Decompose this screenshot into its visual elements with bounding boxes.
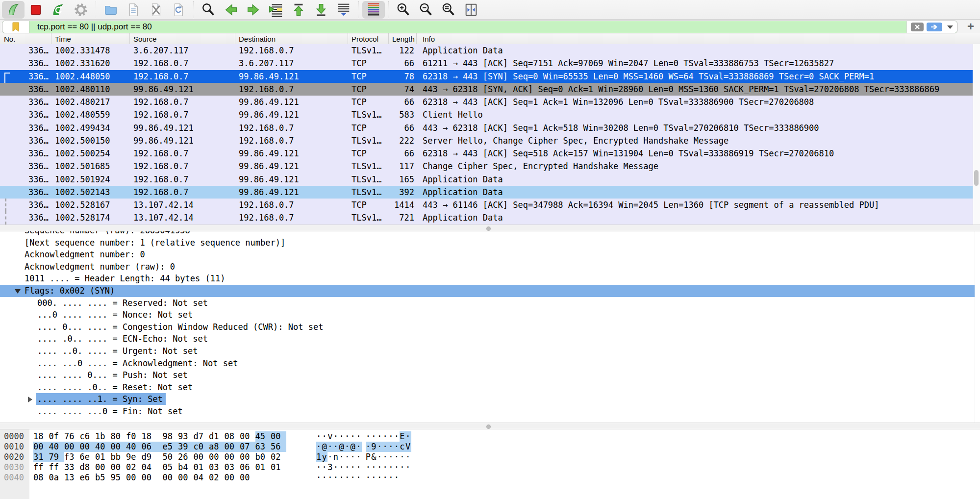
filter-dropdown-chevron-icon[interactable] [947, 25, 953, 29]
reload-file-button[interactable] [167, 1, 190, 19]
packet-row[interactable]: 336…1002.500254192.168.0.799.86.49.121TC… [0, 147, 980, 160]
packet-row[interactable]: 336…1002.52817413.107.42.14192.168.0.7TL… [0, 211, 980, 224]
hex-ascii: 1y·n····P&······ [316, 452, 411, 462]
column-header-destination[interactable]: Destination [235, 33, 348, 44]
hex-row[interactable]: 0000180f76c61b80f0189893d7d108004500··v·… [0, 431, 980, 442]
packet-time: 1002.499434 [51, 122, 130, 134]
hex-bytes: ffff33d80000020405b4010303060101 [33, 462, 286, 473]
column-header-no[interactable]: No. [0, 33, 51, 44]
expander-expanded-icon[interactable] [15, 289, 21, 294]
detail-field[interactable]: Sequence number (raw): 2665041958 [0, 231, 980, 237]
detail-field[interactable]: .... .... .0.. = Reset: Not set [0, 381, 980, 394]
zoom-in-button[interactable] [392, 1, 415, 19]
column-header-time[interactable]: Time [51, 33, 130, 44]
hex-ascii-char: · [366, 462, 372, 473]
display-filter-field[interactable]: tcp.port == 80 || udp.port == 80 [2, 21, 957, 33]
stop-capture-button[interactable] [25, 1, 47, 19]
hex-byte: 02 [209, 473, 225, 483]
open-file-button[interactable] [100, 1, 122, 19]
packet-row[interactable]: 336…1002.480559192.168.0.799.86.49.121TL… [0, 108, 980, 121]
packet-list-scrollbar[interactable] [973, 44, 980, 225]
hex-row[interactable]: 0040080a13e6b5950000000004020000········… [0, 473, 980, 483]
filter-clear-button[interactable] [911, 23, 924, 31]
detail-field[interactable]: .... ...0 .... = Acknowledgment: Not set [0, 357, 980, 370]
hex-ascii-char: · [322, 473, 328, 483]
packet-row[interactable]: 336…1002.52816713.107.42.14192.168.0.7TC… [0, 199, 980, 211]
capture-options-button[interactable] [70, 1, 92, 19]
conversation-start-mark-icon [4, 73, 10, 83]
zoom-100-button[interactable] [437, 1, 460, 19]
column-header-protocol[interactable]: Protocol [348, 33, 389, 44]
hex-byte: bb [111, 452, 126, 462]
filter-input[interactable]: tcp.port == 80 || udp.port == 80 [29, 21, 906, 33]
packet-row[interactable]: 336…1002.502143192.168.0.799.86.49.121TL… [0, 186, 980, 199]
start-capture-button[interactable] [2, 1, 25, 19]
packet-row[interactable]: 336…1002.48011099.86.49.121192.168.0.7TC… [0, 83, 980, 96]
go-back-button[interactable] [220, 1, 242, 19]
splitter-list-details[interactable] [0, 225, 980, 231]
detail-field[interactable]: 1011 .... = Header Length: 44 bytes (11) [0, 273, 980, 285]
column-header-length[interactable]: Length [389, 33, 417, 44]
hex-ascii-char: · [327, 473, 333, 483]
detail-field[interactable]: Acknowledgment number: 0 [0, 249, 980, 261]
detail-field[interactable]: .... ..0. .... = Urgent: Not set [0, 345, 980, 357]
packet-row[interactable]: 336…1002.50015099.86.49.121192.168.0.7TL… [0, 134, 980, 147]
scrollbar-thumb[interactable] [974, 170, 979, 186]
hex-ascii-char: @ [351, 442, 356, 452]
packet-row[interactable]: 336…1002.3314783.6.207.117192.168.0.7TLS… [0, 44, 980, 57]
detail-field[interactable]: 000. .... .... = Reserved: Not set [0, 297, 980, 309]
column-header-source[interactable]: Source [130, 33, 235, 44]
hex-byte: 07 [240, 442, 255, 452]
column-header-info[interactable]: Info [417, 33, 980, 44]
colorize-button[interactable] [362, 1, 385, 19]
details-scrollbar[interactable] [975, 231, 980, 423]
hex-ascii-char: · [400, 462, 405, 473]
detail-field[interactable]: .... .0.. .... = ECN-Echo: Not set [0, 333, 980, 345]
detail-field[interactable]: .... 0... .... = Congestion Window Reduc… [0, 321, 980, 333]
first-icon [291, 2, 306, 18]
filter-apply-button[interactable] [927, 23, 942, 31]
detail-field[interactable]: .... .... ...0 = Fin: Not set [0, 405, 980, 418]
hex-byte: 00 [240, 431, 255, 442]
go-to-packet-button[interactable] [265, 1, 287, 19]
packet-row[interactable]: 336…1002.501924192.168.0.799.86.49.121TL… [0, 173, 980, 186]
expander-collapsed-icon[interactable] [28, 397, 32, 402]
auto-scroll-button[interactable] [332, 1, 355, 19]
splitter-details-bytes[interactable] [0, 423, 980, 429]
detail-field[interactable]: .... .... 0... = Push: Not set [0, 369, 980, 381]
detail-field[interactable]: .... .... ..1. = Syn: Set [0, 393, 980, 405]
packet-row[interactable]: 336…1002.480217192.168.0.799.86.49.121TC… [0, 96, 980, 108]
packet-row[interactable]: 336…1002.501685192.168.0.799.86.49.121TL… [0, 160, 980, 173]
hex-ascii-char: · [351, 462, 356, 473]
find-packet-button[interactable] [197, 1, 220, 19]
go-first-packet-button[interactable] [287, 1, 310, 19]
packet-len: 66 [389, 122, 417, 134]
zoom-out-button[interactable] [415, 1, 437, 19]
packet-row[interactable]: 336…1002.49943499.86.49.121192.168.0.7TC… [0, 122, 980, 134]
filter-bookmark-button[interactable] [2, 21, 29, 33]
hex-row[interactable]: 0030ffff33d80000020405b4010303060101··3·… [0, 462, 980, 473]
restart-capture-button[interactable] [47, 1, 70, 19]
hex-row[interactable]: 00203179f36e01bb9ed9502600000000b0021y·n… [0, 452, 980, 462]
go-last-packet-button[interactable] [310, 1, 332, 19]
hex-row[interactable]: 00100040000040004006e539c0a800076356·@··… [0, 442, 980, 452]
packet-row[interactable]: 336…1002.448050192.168.0.799.86.49.121TC… [0, 70, 980, 83]
packet-len: 583 [389, 108, 417, 121]
filter-add-button[interactable]: + [967, 20, 974, 33]
packet-row[interactable]: 336…1002.331620192.168.0.73.6.207.117TCP… [0, 57, 980, 70]
detail-field[interactable]: Flags: 0x002 (SYN) [0, 285, 980, 297]
packet-bytes-pane[interactable]: 0000180f76c61b80f0189893d7d108004500··v·… [0, 429, 980, 499]
go-forward-button[interactable] [242, 1, 265, 19]
close-file-button[interactable] [145, 1, 167, 19]
detail-field[interactable]: [Next sequence number: 1 (relative seque… [0, 237, 980, 249]
detail-field[interactable]: Acknowledgment number (raw): 0 [0, 261, 980, 273]
save-file-button[interactable] [122, 1, 145, 19]
packet-info: 62318 → 443 [SYN] Seq=0 Win=65535 Len=0 … [417, 70, 980, 83]
packet-time: 1002.480559 [51, 108, 130, 121]
hex-ascii: ·············· [316, 473, 400, 483]
resize-columns-button[interactable] [460, 1, 482, 19]
packet-src: 99.86.49.121 [130, 122, 235, 134]
hex-ascii-char: · [383, 473, 389, 483]
detail-field[interactable]: ...0 .... .... = Nonce: Not set [0, 309, 980, 321]
packet-dst: 99.86.49.121 [235, 173, 348, 186]
